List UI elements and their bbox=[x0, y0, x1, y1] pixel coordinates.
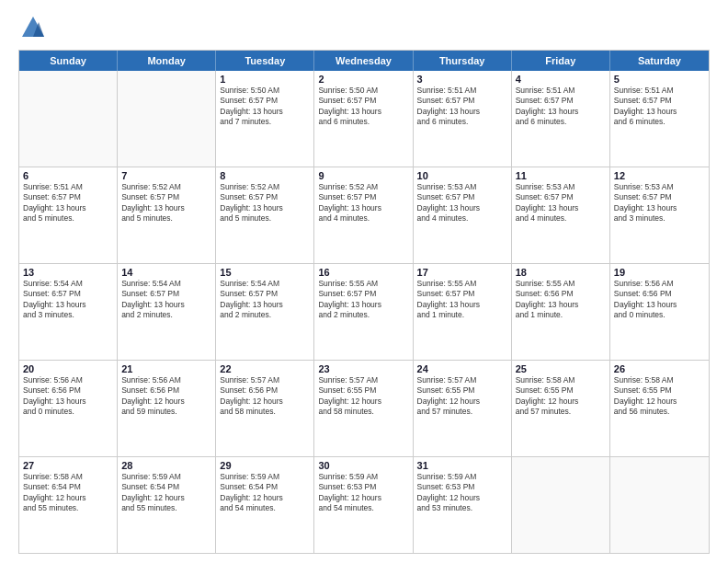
calendar-cell bbox=[610, 457, 709, 553]
page: SundayMondayTuesdayWednesdayThursdayFrid… bbox=[0, 0, 728, 563]
cell-info: Sunrise: 5:55 AM Sunset: 6:57 PM Dayligh… bbox=[417, 279, 507, 321]
calendar-cell: 31Sunrise: 5:59 AM Sunset: 6:53 PM Dayli… bbox=[414, 457, 512, 553]
day-number: 1 bbox=[220, 74, 310, 85]
calendar: SundayMondayTuesdayWednesdayThursdayFrid… bbox=[18, 50, 710, 554]
calendar-cell: 10Sunrise: 5:53 AM Sunset: 6:57 PM Dayli… bbox=[414, 167, 512, 263]
cell-info: Sunrise: 5:57 AM Sunset: 6:55 PM Dayligh… bbox=[417, 375, 507, 418]
calendar-cell: 1Sunrise: 5:50 AM Sunset: 6:57 PM Daylig… bbox=[216, 71, 314, 167]
cell-info: Sunrise: 5:52 AM Sunset: 6:57 PM Dayligh… bbox=[220, 182, 310, 224]
day-number: 26 bbox=[614, 363, 705, 374]
day-number: 4 bbox=[516, 74, 606, 85]
day-number: 14 bbox=[121, 267, 211, 278]
calendar-body: 1Sunrise: 5:50 AM Sunset: 6:57 PM Daylig… bbox=[19, 71, 709, 553]
day-number: 31 bbox=[417, 460, 507, 471]
day-number: 25 bbox=[516, 363, 606, 374]
day-number: 3 bbox=[417, 74, 507, 85]
day-number: 8 bbox=[220, 170, 310, 181]
cell-info: Sunrise: 5:55 AM Sunset: 6:56 PM Dayligh… bbox=[516, 279, 606, 321]
day-number: 21 bbox=[121, 363, 211, 374]
cell-info: Sunrise: 5:56 AM Sunset: 6:56 PM Dayligh… bbox=[121, 375, 211, 418]
day-number: 10 bbox=[417, 170, 507, 181]
cell-info: Sunrise: 5:56 AM Sunset: 6:56 PM Dayligh… bbox=[614, 279, 705, 321]
calendar-cell: 24Sunrise: 5:57 AM Sunset: 6:55 PM Dayli… bbox=[414, 361, 512, 456]
calendar-cell: 13Sunrise: 5:54 AM Sunset: 6:57 PM Dayli… bbox=[19, 264, 118, 360]
day-number: 23 bbox=[318, 363, 408, 374]
calendar-cell: 3Sunrise: 5:51 AM Sunset: 6:57 PM Daylig… bbox=[414, 71, 512, 167]
calendar-cell: 11Sunrise: 5:53 AM Sunset: 6:57 PM Dayli… bbox=[512, 167, 610, 263]
day-number: 28 bbox=[121, 460, 211, 471]
calendar-cell: 30Sunrise: 5:59 AM Sunset: 6:53 PM Dayli… bbox=[314, 457, 413, 553]
cell-info: Sunrise: 5:50 AM Sunset: 6:57 PM Dayligh… bbox=[220, 86, 310, 128]
cell-info: Sunrise: 5:53 AM Sunset: 6:57 PM Dayligh… bbox=[516, 182, 606, 224]
day-number: 20 bbox=[23, 363, 113, 374]
day-number: 13 bbox=[23, 267, 113, 278]
header-day-friday: Friday bbox=[512, 51, 610, 71]
cell-info: Sunrise: 5:53 AM Sunset: 6:57 PM Dayligh… bbox=[614, 182, 705, 224]
cell-info: Sunrise: 5:59 AM Sunset: 6:54 PM Dayligh… bbox=[121, 472, 211, 514]
cell-info: Sunrise: 5:51 AM Sunset: 6:57 PM Dayligh… bbox=[614, 86, 705, 128]
calendar-cell: 15Sunrise: 5:54 AM Sunset: 6:57 PM Dayli… bbox=[216, 264, 314, 360]
cell-info: Sunrise: 5:58 AM Sunset: 6:55 PM Dayligh… bbox=[614, 375, 705, 418]
calendar-cell: 21Sunrise: 5:56 AM Sunset: 6:56 PM Dayli… bbox=[118, 361, 216, 456]
calendar-cell: 18Sunrise: 5:55 AM Sunset: 6:56 PM Dayli… bbox=[512, 264, 610, 360]
day-number: 22 bbox=[220, 363, 310, 374]
calendar-cell: 22Sunrise: 5:57 AM Sunset: 6:56 PM Dayli… bbox=[216, 361, 314, 456]
calendar-row-3: 13Sunrise: 5:54 AM Sunset: 6:57 PM Dayli… bbox=[19, 264, 709, 361]
cell-info: Sunrise: 5:51 AM Sunset: 6:57 PM Dayligh… bbox=[516, 86, 606, 128]
calendar-row-4: 20Sunrise: 5:56 AM Sunset: 6:56 PM Dayli… bbox=[19, 361, 709, 457]
day-number: 17 bbox=[417, 267, 507, 278]
calendar-cell: 12Sunrise: 5:53 AM Sunset: 6:57 PM Dayli… bbox=[610, 167, 709, 263]
day-number: 11 bbox=[516, 170, 606, 181]
day-number: 12 bbox=[614, 170, 705, 181]
day-number: 24 bbox=[417, 363, 507, 374]
header-day-thursday: Thursday bbox=[414, 51, 512, 71]
day-number: 30 bbox=[318, 460, 408, 471]
cell-info: Sunrise: 5:56 AM Sunset: 6:56 PM Dayligh… bbox=[23, 375, 113, 418]
day-number: 9 bbox=[318, 170, 408, 181]
cell-info: Sunrise: 5:51 AM Sunset: 6:57 PM Dayligh… bbox=[23, 182, 113, 224]
header-day-monday: Monday bbox=[118, 51, 216, 71]
calendar-cell: 20Sunrise: 5:56 AM Sunset: 6:56 PM Dayli… bbox=[19, 361, 118, 456]
calendar-cell: 28Sunrise: 5:59 AM Sunset: 6:54 PM Dayli… bbox=[118, 457, 216, 553]
calendar-row-1: 1Sunrise: 5:50 AM Sunset: 6:57 PM Daylig… bbox=[19, 71, 709, 167]
calendar-cell bbox=[19, 71, 118, 167]
cell-info: Sunrise: 5:54 AM Sunset: 6:57 PM Dayligh… bbox=[121, 279, 211, 321]
cell-info: Sunrise: 5:59 AM Sunset: 6:53 PM Dayligh… bbox=[417, 472, 507, 514]
calendar-cell: 7Sunrise: 5:52 AM Sunset: 6:57 PM Daylig… bbox=[118, 167, 216, 263]
calendar-cell: 19Sunrise: 5:56 AM Sunset: 6:56 PM Dayli… bbox=[610, 264, 709, 360]
header bbox=[18, 15, 710, 40]
day-number: 5 bbox=[614, 74, 705, 85]
cell-info: Sunrise: 5:59 AM Sunset: 6:53 PM Dayligh… bbox=[318, 472, 408, 514]
day-number: 18 bbox=[516, 267, 606, 278]
day-number: 29 bbox=[220, 460, 310, 471]
cell-info: Sunrise: 5:50 AM Sunset: 6:57 PM Dayligh… bbox=[318, 86, 408, 128]
calendar-cell: 17Sunrise: 5:55 AM Sunset: 6:57 PM Dayli… bbox=[414, 264, 512, 360]
calendar-cell: 2Sunrise: 5:50 AM Sunset: 6:57 PM Daylig… bbox=[314, 71, 413, 167]
day-number: 7 bbox=[121, 170, 211, 181]
calendar-cell: 27Sunrise: 5:58 AM Sunset: 6:54 PM Dayli… bbox=[19, 457, 118, 553]
calendar-cell bbox=[118, 71, 216, 167]
cell-info: Sunrise: 5:54 AM Sunset: 6:57 PM Dayligh… bbox=[23, 279, 113, 321]
calendar-cell: 5Sunrise: 5:51 AM Sunset: 6:57 PM Daylig… bbox=[610, 71, 709, 167]
calendar-cell: 4Sunrise: 5:51 AM Sunset: 6:57 PM Daylig… bbox=[512, 71, 610, 167]
cell-info: Sunrise: 5:54 AM Sunset: 6:57 PM Dayligh… bbox=[220, 279, 310, 321]
calendar-cell: 25Sunrise: 5:58 AM Sunset: 6:55 PM Dayli… bbox=[512, 361, 610, 456]
logo bbox=[18, 15, 46, 40]
calendar-cell: 8Sunrise: 5:52 AM Sunset: 6:57 PM Daylig… bbox=[216, 167, 314, 263]
cell-info: Sunrise: 5:52 AM Sunset: 6:57 PM Dayligh… bbox=[318, 182, 408, 224]
cell-info: Sunrise: 5:55 AM Sunset: 6:57 PM Dayligh… bbox=[318, 279, 408, 321]
cell-info: Sunrise: 5:52 AM Sunset: 6:57 PM Dayligh… bbox=[121, 182, 211, 224]
cell-info: Sunrise: 5:53 AM Sunset: 6:57 PM Dayligh… bbox=[417, 182, 507, 224]
cell-info: Sunrise: 5:58 AM Sunset: 6:55 PM Dayligh… bbox=[516, 375, 606, 418]
header-day-tuesday: Tuesday bbox=[216, 51, 314, 71]
header-day-sunday: Sunday bbox=[19, 51, 118, 71]
calendar-row-5: 27Sunrise: 5:58 AM Sunset: 6:54 PM Dayli… bbox=[19, 457, 709, 553]
calendar-cell: 6Sunrise: 5:51 AM Sunset: 6:57 PM Daylig… bbox=[19, 167, 118, 263]
header-day-wednesday: Wednesday bbox=[314, 51, 413, 71]
calendar-cell: 26Sunrise: 5:58 AM Sunset: 6:55 PM Dayli… bbox=[610, 361, 709, 456]
calendar-row-2: 6Sunrise: 5:51 AM Sunset: 6:57 PM Daylig… bbox=[19, 167, 709, 264]
calendar-cell: 29Sunrise: 5:59 AM Sunset: 6:54 PM Dayli… bbox=[216, 457, 314, 553]
header-day-saturday: Saturday bbox=[610, 51, 709, 71]
day-number: 16 bbox=[318, 267, 408, 278]
calendar-header: SundayMondayTuesdayWednesdayThursdayFrid… bbox=[19, 51, 709, 71]
